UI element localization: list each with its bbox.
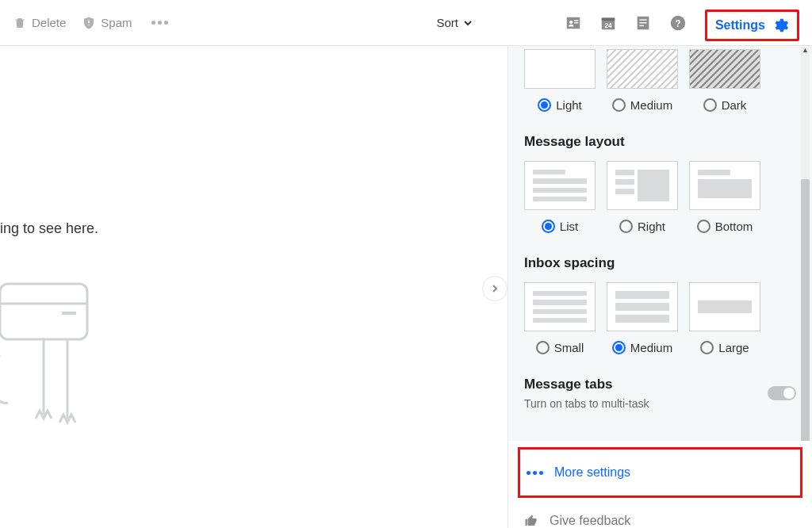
svg-text:?: ? [675,17,680,29]
theme-dark-label: Dark [722,98,747,112]
delete-button[interactable]: Delete [13,16,66,30]
more-actions-button[interactable] [148,21,171,25]
give-feedback-button[interactable]: Give feedback [508,507,812,528]
layout-right-label: Right [638,220,665,233]
trash-icon [13,16,27,30]
svg-rect-2 [574,20,579,21]
theme-medium-label: Medium [630,98,672,112]
message-layout-title: Message layout [524,134,796,150]
sort-button[interactable]: Sort [436,16,473,29]
give-feedback-label: Give feedback [550,514,630,528]
message-tabs-subtitle: Turn on tabs to multi-task [524,397,649,410]
svg-text:24: 24 [604,21,612,29]
svg-rect-5 [602,17,615,21]
settings-label: Settings [715,18,765,33]
notepad-icon[interactable] [634,14,652,32]
svg-rect-15 [62,312,76,315]
theme-dark-card[interactable] [689,49,760,89]
chevron-right-icon [490,284,500,293]
svg-rect-10 [639,25,644,25]
svg-point-1 [569,20,573,23]
spacing-medium-card[interactable] [607,282,678,331]
contacts-icon[interactable] [565,14,582,32]
sort-label: Sort [436,16,458,29]
message-tabs-toggle[interactable] [768,386,796,400]
spacing-small-label: Small [554,341,584,354]
theme-light-radio[interactable]: Light [524,98,596,112]
settings-panel: ▲ ▼ Light Medium [508,46,812,528]
empty-state-text: ing to see here. [0,220,98,237]
theme-medium-card[interactable] [607,49,678,89]
more-settings-label: More settings [554,465,630,480]
svg-rect-3 [574,22,579,23]
nav-next-button[interactable] [482,276,508,301]
theme-light-card[interactable] [524,49,596,89]
spacing-large-label: Large [718,341,749,354]
message-tabs-title: Message tabs [524,377,649,392]
layout-list-radio[interactable]: List [524,220,596,233]
spacing-medium-radio[interactable]: Medium [607,341,678,354]
spacing-small-card[interactable] [524,282,596,331]
theme-dark-radio[interactable]: Dark [689,98,760,112]
more-settings-button[interactable]: More settings [518,447,802,498]
inbox-spacing-title: Inbox spacing [524,255,796,271]
spacing-large-radio[interactable]: Large [689,341,760,354]
spacing-small-radio[interactable]: Small [524,341,596,354]
spacing-medium-label: Medium [630,341,672,354]
delete-label: Delete [32,16,66,29]
theme-light-label: Light [556,98,582,112]
layout-list-label: List [560,220,578,233]
ellipsis-icon [527,471,543,475]
layout-bottom-label: Bottom [715,220,753,233]
theme-medium-radio[interactable]: Medium [607,98,678,112]
spacing-large-card[interactable] [689,282,760,331]
layout-bottom-radio[interactable]: Bottom [689,220,760,233]
gear-icon [772,17,789,34]
shield-icon [82,16,96,30]
layout-bottom-card[interactable] [689,161,760,210]
spam-button[interactable]: Spam [82,16,132,30]
layout-list-card[interactable] [524,161,596,210]
svg-rect-8 [639,19,646,20]
help-icon[interactable]: ? [669,14,687,32]
settings-button[interactable]: Settings [705,10,799,41]
calendar-icon[interactable]: 24 [599,14,617,32]
mailbox-illustration [0,276,119,434]
svg-rect-9 [639,22,646,23]
chevron-down-icon [463,18,473,28]
layout-right-radio[interactable]: Right [607,220,678,233]
thumb-up-icon [524,514,538,528]
layout-right-card[interactable] [607,161,678,210]
spam-label: Spam [101,16,132,29]
